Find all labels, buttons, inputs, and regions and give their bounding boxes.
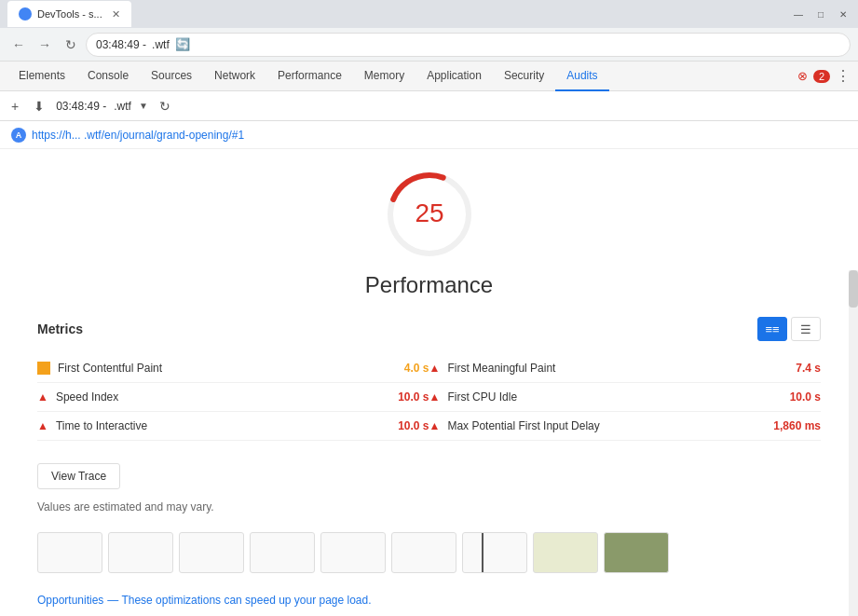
metrics-grid: First Contentful Paint 4.0 s ▲ First Mea… — [37, 354, 821, 441]
score-circle-svg: 25 — [383, 168, 476, 261]
mpfid-label: Max Potential First Input Delay — [447, 419, 766, 432]
tab-performance[interactable]: Performance — [266, 62, 353, 91]
reload-button[interactable]: ↻ — [60, 34, 82, 56]
view-grid-button[interactable]: ≡≡ — [757, 317, 787, 341]
metrics-header: Metrics ≡≡ ☰ — [37, 317, 821, 341]
error-icon: ⊗ — [797, 69, 808, 83]
fmp-indicator: ▲ — [429, 362, 441, 375]
fci-label: First CPU Idle — [447, 390, 782, 404]
tti-indicator: ▲ — [37, 419, 48, 432]
opp-title: Opportunities — [37, 594, 103, 607]
fcp-indicator — [37, 362, 50, 375]
filmstrip-frame-2 — [108, 532, 173, 573]
back-button[interactable]: ← — [7, 34, 30, 56]
url-reload-icon: 🔄 — [175, 37, 190, 51]
mpfid-value: 1,860 ms — [773, 419, 821, 432]
tab-memory[interactable]: Memory — [353, 62, 415, 91]
tab-security[interactable]: Security — [493, 62, 555, 91]
toolbar-refresh-icon[interactable]: ↻ — [156, 97, 174, 116]
toolbar-caret-icon[interactable]: ▼ — [139, 101, 148, 111]
breadcrumb-url: https://h... .wtf/en/journal/grand-openi… — [32, 129, 244, 142]
filmstrip-frame-1 — [37, 532, 102, 573]
opp-table-header: Opportunity Estimated Savings — [37, 612, 821, 616]
settings-icon[interactable]: ⋮ — [836, 67, 851, 85]
browser-tab[interactable]: DevTools - s... ✕ — [7, 1, 131, 27]
filmstrip-frame-4 — [250, 532, 315, 573]
error-badge: 2 — [813, 70, 830, 83]
fci-value: 10.0 s — [790, 390, 821, 404]
tab-console[interactable]: Console — [76, 62, 140, 91]
toolbar-filename: .wtf — [114, 100, 131, 113]
timestamp-text: 03:48:49 - — [96, 38, 146, 51]
toolbar-timestamp: 03:48:49 - — [56, 100, 106, 113]
minimize-button[interactable]: — — [791, 7, 806, 21]
close-button[interactable]: ✕ — [836, 7, 851, 21]
scrollbar-track[interactable] — [849, 270, 858, 616]
fcp-label: First Contentful Paint — [58, 362, 397, 375]
url-bar[interactable]: 03:48:49 - .wtf 🔄 — [86, 33, 851, 57]
title-bar: DevTools - s... ✕ — □ ✕ — [0, 0, 858, 28]
scrollbar-thumb[interactable] — [849, 270, 858, 308]
si-value: 10.0 s — [398, 390, 429, 404]
tab-application[interactable]: Application — [415, 62, 493, 91]
metric-row-fcp: First Contentful Paint 4.0 s — [37, 354, 429, 383]
score-label: Performance — [365, 272, 493, 298]
filmstrip — [37, 532, 821, 573]
filmstrip-frame-9 — [604, 532, 669, 573]
metric-row-tti: ▲ Time to Interactive 10.0 s — [37, 412, 429, 441]
tab-network[interactable]: Network — [203, 62, 266, 91]
tab-sources[interactable]: Sources — [140, 62, 203, 91]
metric-row-fmp: ▲ First Meaningful Paint 7.4 s — [429, 354, 822, 383]
score-section: 25 Performance — [37, 168, 821, 298]
metric-row-si: ▲ Speed Index 10.0 s — [37, 383, 429, 412]
window-controls: — □ ✕ — [791, 7, 851, 21]
tab-favicon — [19, 7, 32, 21]
filmstrip-frame-5 — [320, 532, 386, 573]
devtools-toolbar: + ⬇ 03:48:49 - .wtf ▼ ↻ — [0, 91, 858, 121]
filmstrip-frame-6 — [391, 532, 456, 573]
download-icon[interactable]: ⬇ — [30, 97, 48, 116]
fmp-value: 7.4 s — [796, 362, 821, 375]
tab-audits[interactable]: Audits — [555, 62, 608, 91]
opp-header: Opportunities — These optimizations can … — [37, 592, 821, 607]
fci-indicator: ▲ — [429, 390, 441, 404]
tab-elements[interactable]: Elements — [7, 62, 76, 91]
metrics-view-buttons: ≡≡ ☰ — [757, 317, 821, 341]
main-content: 25 Performance Metrics ≡≡ ☰ First Conten… — [0, 149, 858, 616]
forward-button[interactable]: → — [34, 34, 56, 56]
mpfid-indicator: ▲ — [429, 419, 441, 432]
filmstrip-frame-8 — [533, 532, 598, 573]
tti-value: 10.0 s — [398, 419, 429, 432]
address-bar: ← → ↻ 03:48:49 - .wtf 🔄 — [0, 28, 858, 62]
si-label: Speed Index — [56, 390, 390, 404]
fcp-value: 4.0 s — [404, 362, 429, 375]
devtools-right: ⊗ 2 ⋮ — [797, 67, 851, 85]
score-text: 25 — [415, 198, 443, 227]
filmstrip-frame-3 — [179, 532, 244, 573]
tti-label: Time to Interactive — [56, 419, 390, 432]
view-trace-button[interactable]: View Trace — [37, 463, 120, 489]
tab-close-icon[interactable]: ✕ — [112, 8, 120, 21]
estimated-note: Values are estimated and may vary. — [37, 500, 821, 513]
new-tab-icon[interactable]: + — [7, 97, 22, 116]
metric-row-mpfid: ▲ Max Potential First Input Delay 1,860 … — [429, 412, 822, 441]
fmp-label: First Meaningful Paint — [447, 362, 788, 375]
view-list-button[interactable]: ☰ — [791, 317, 821, 341]
filmstrip-frame-7 — [462, 532, 527, 573]
breadcrumb-favicon: A — [11, 128, 26, 143]
devtools-tabs: Elements Console Sources Network Perform… — [0, 62, 858, 91]
metrics-section: Metrics ≡≡ ☰ First Contentful Paint 4.0 … — [37, 317, 821, 513]
view-trace-container: View Trace — [37, 452, 821, 500]
metric-row-fci: ▲ First CPU Idle 10.0 s — [429, 383, 822, 412]
opportunities-section: Opportunities — These optimizations can … — [37, 592, 821, 616]
filename-text: .wtf — [152, 38, 170, 51]
opp-subtitle: — These optimizations can speed up your … — [107, 594, 371, 607]
si-indicator: ▲ — [37, 390, 48, 404]
metrics-title: Metrics — [37, 322, 83, 336]
tab-title: DevTools - s... — [37, 8, 102, 20]
maximize-button[interactable]: □ — [813, 7, 828, 21]
score-circle-container: 25 — [383, 168, 476, 261]
url-breadcrumb: A https://h... .wtf/en/journal/grand-ope… — [0, 121, 858, 149]
main-wrapper: 25 Performance Metrics ≡≡ ☰ First Conten… — [0, 149, 858, 616]
